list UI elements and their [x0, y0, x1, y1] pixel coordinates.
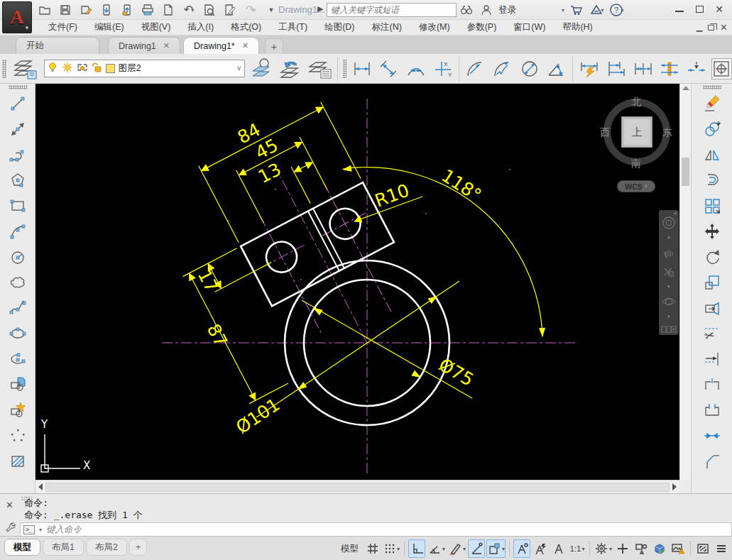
layers-toolbar-grip[interactable] — [2, 60, 6, 78]
jogged-dimension-button[interactable] — [489, 55, 516, 82]
command-prompt-icon[interactable]: >_ — [23, 525, 35, 534]
line-tool[interactable] — [4, 91, 31, 116]
scale-tool[interactable] — [699, 270, 726, 295]
revision-cloud-tool[interactable] — [4, 270, 31, 295]
title-expand-icon[interactable]: ▶ — [317, 4, 323, 13]
search-binoculars-icon[interactable] — [459, 2, 474, 18]
open-from-mobile-icon[interactable] — [119, 2, 135, 18]
clean-screen-toggle[interactable] — [694, 539, 711, 558]
graphics-performance-toggle[interactable] — [651, 539, 668, 558]
ellipse-tool[interactable] — [4, 321, 31, 346]
mirror-tool[interactable] — [699, 142, 726, 168]
new-tab-button[interactable]: + — [265, 38, 283, 54]
new-layout-button[interactable]: + — [129, 539, 147, 556]
undo-icon[interactable]: ↶▾ — [181, 2, 197, 18]
polyline-tool[interactable] — [4, 142, 31, 168]
dim-angle-text[interactable]: 118° — [438, 165, 485, 206]
polygon-tool[interactable] — [4, 168, 31, 193]
drawing-canvas[interactable]: 84 45 13 17 87 R10 118° Ø101 Ø75 Y X — [35, 84, 679, 480]
pan-tool[interactable] — [662, 246, 676, 260]
command-input-placeholder[interactable]: 键入命令 — [46, 524, 82, 536]
user-icon[interactable] — [479, 2, 494, 18]
menu-help[interactable]: 帮助(H) — [554, 20, 601, 35]
dim-13-line[interactable] — [294, 162, 313, 172]
dim-13-text[interactable]: 13 — [255, 159, 285, 187]
plot-monitor-toggle[interactable]: ! — [670, 539, 687, 558]
annotation-monitor-toggle[interactable] — [614, 539, 631, 558]
new-icon[interactable] — [160, 2, 176, 18]
viewcube-south[interactable]: 南 — [631, 158, 641, 170]
make-object-layer-current-button[interactable] — [248, 55, 276, 82]
dim-17-text[interactable]: 17 — [194, 266, 222, 296]
layer-unlock-icon[interactable] — [92, 62, 102, 75]
command-input-row[interactable]: >_ ▾ 键入命令 — [20, 522, 732, 537]
circle-tool[interactable] — [4, 244, 31, 270]
doc-minimize-button[interactable]: ▁ — [697, 23, 702, 32]
dim-d75-line[interactable] — [302, 300, 472, 398]
ellipse-arc-tool[interactable] — [4, 346, 31, 372]
vertical-scrollbar[interactable] — [679, 84, 691, 480]
menu-tools[interactable]: 工具(T) — [270, 20, 316, 35]
arc-length-dimension-button[interactable] — [403, 55, 430, 82]
scroll-right-icon[interactable] — [672, 483, 677, 490]
snap-toggle[interactable]: ▾ — [383, 539, 400, 558]
stretch-tool[interactable] — [699, 295, 726, 321]
object-snap-toggle[interactable]: ▾ — [486, 539, 506, 558]
navigation-wheel-dropdown-icon[interactable]: ▾ — [667, 235, 670, 241]
move-tool[interactable] — [699, 219, 726, 244]
chamfer-tool[interactable] — [699, 449, 726, 474]
ortho-toggle[interactable] — [408, 539, 425, 558]
customize-quick-access-icon[interactable]: ▼ — [263, 2, 279, 18]
tab-drawing1[interactable]: Drawing1✕ — [108, 37, 180, 54]
doc-close-button[interactable]: ✕ — [720, 22, 728, 33]
maximize-button[interactable] — [689, 0, 709, 18]
layer-vp-freeze-icon[interactable] — [77, 62, 88, 75]
menu-window[interactable]: 窗口(W) — [505, 20, 554, 35]
copy-tool[interactable] — [699, 116, 726, 142]
isometric-drafting-toggle[interactable]: ▾ — [447, 539, 466, 558]
zoom-tool[interactable] — [662, 265, 676, 279]
layout-tab-model[interactable]: 模型 — [4, 539, 40, 556]
tab-start[interactable]: 开始 — [16, 37, 99, 54]
menu-draw[interactable]: 绘图(D) — [316, 20, 363, 35]
aligned-dimension-button[interactable] — [376, 55, 403, 82]
viewcube-top-face[interactable]: 上 — [621, 116, 652, 148]
plate-outline[interactable] — [241, 182, 394, 306]
modify-toolbar-grip[interactable] — [703, 85, 721, 89]
tab-drawing1-close-icon[interactable]: ✕ — [163, 41, 170, 50]
dim-d101-text[interactable]: Ø101 — [232, 394, 283, 438]
menu-view[interactable]: 视图(V) — [133, 20, 180, 35]
menu-format[interactable]: 格式(O) — [222, 20, 270, 35]
command-close-icon[interactable]: ✕ — [6, 500, 13, 510]
continue-dimension-button[interactable] — [630, 55, 657, 82]
create-block-tool[interactable] — [4, 397, 31, 423]
ordinate-dimension-button[interactable]: XY — [430, 55, 457, 82]
menu-edit[interactable]: 编辑(E) — [86, 20, 133, 35]
construction-line-tool[interactable] — [4, 116, 31, 142]
viewcube-west[interactable]: 西 — [600, 126, 610, 139]
break-tool[interactable] — [699, 397, 726, 423]
search-input[interactable] — [327, 3, 457, 17]
layout-tab-layout2[interactable]: 布局2 — [86, 539, 127, 556]
annotation-scale-icon[interactable] — [550, 539, 567, 558]
menu-file[interactable]: 文件(F) — [40, 20, 86, 35]
minimize-button[interactable] — [670, 0, 689, 18]
horizontal-scrollbar[interactable] — [35, 480, 679, 493]
zoom-dropdown-icon[interactable]: ▾ — [667, 284, 670, 290]
radius-dimension-button[interactable] — [462, 55, 489, 82]
customize-status-button[interactable] — [713, 539, 730, 558]
insert-block-tool[interactable] — [4, 372, 31, 397]
tolerance-button[interactable] — [711, 58, 732, 79]
quick-dimension-button[interactable] — [576, 55, 603, 82]
dim-d75-text[interactable]: Ø75 — [435, 354, 477, 390]
dimension-space-button[interactable] — [656, 55, 683, 82]
menu-insert[interactable]: 插入(I) — [179, 20, 222, 35]
navigation-wheel-tool[interactable] — [662, 216, 676, 230]
cart-icon[interactable] — [569, 2, 584, 18]
signin-dropdown-icon[interactable]: ▾ — [562, 7, 564, 13]
batch-plot-icon[interactable] — [202, 2, 217, 18]
layer-color-swatch[interactable] — [106, 64, 115, 73]
save-as-icon[interactable] — [78, 2, 94, 18]
viewcube-north[interactable]: 北 — [631, 96, 641, 109]
tab-drawing1-star-close-icon[interactable]: ✕ — [242, 41, 248, 50]
